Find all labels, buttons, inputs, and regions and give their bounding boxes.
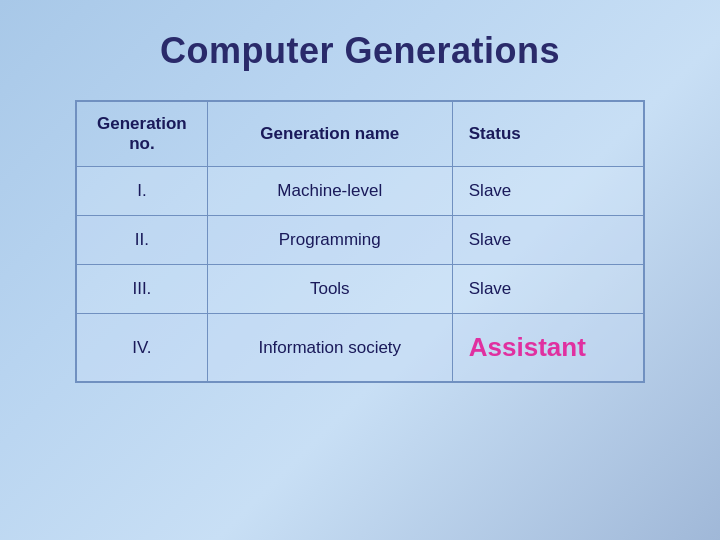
- cell-status: Slave: [452, 265, 644, 314]
- table-row: I.Machine-levelSlave: [76, 167, 644, 216]
- table-row: IV.Information societyAssistant: [76, 314, 644, 383]
- table-row: II.ProgrammingSlave: [76, 216, 644, 265]
- cell-generation-name: Tools: [207, 265, 452, 314]
- header-status: Status: [452, 101, 644, 167]
- header-generation-name: Generation name: [207, 101, 452, 167]
- table-wrapper: Generation no. Generation name Status I.…: [75, 100, 645, 383]
- cell-status: Slave: [452, 216, 644, 265]
- cell-generation-name: Information society: [207, 314, 452, 383]
- generations-table: Generation no. Generation name Status I.…: [75, 100, 645, 383]
- cell-generation-name: Machine-level: [207, 167, 452, 216]
- cell-generation-no: II.: [76, 216, 207, 265]
- assistant-label: Assistant: [469, 332, 586, 362]
- cell-status: Slave: [452, 167, 644, 216]
- page-title: Computer Generations: [160, 30, 560, 72]
- table-header-row: Generation no. Generation name Status: [76, 101, 644, 167]
- cell-generation-name: Programming: [207, 216, 452, 265]
- cell-generation-no: IV.: [76, 314, 207, 383]
- header-generation-no: Generation no.: [76, 101, 207, 167]
- cell-generation-no: I.: [76, 167, 207, 216]
- table-row: III.ToolsSlave: [76, 265, 644, 314]
- cell-status: Assistant: [452, 314, 644, 383]
- cell-generation-no: III.: [76, 265, 207, 314]
